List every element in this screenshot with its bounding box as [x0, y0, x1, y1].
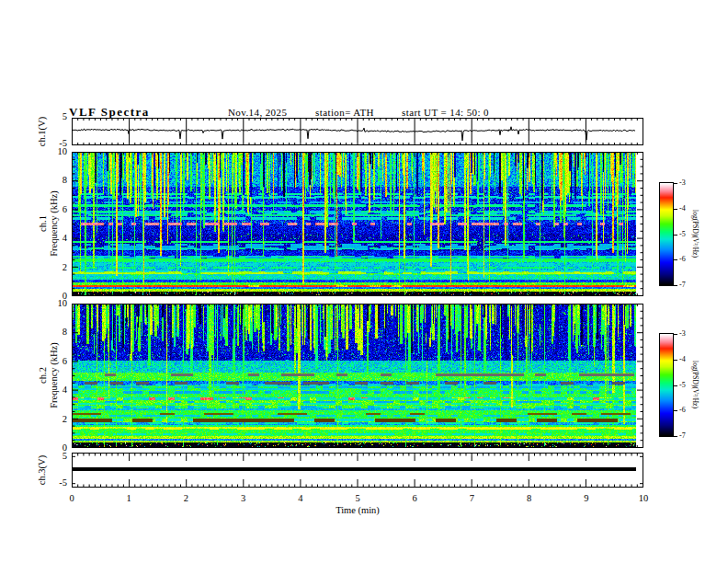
y-tick-label: 8: [38, 327, 67, 338]
date-label: Nov.14, 2025: [228, 107, 287, 118]
ch2-axis-line2: Frequency (kHz): [48, 342, 59, 408]
ch1-colorbar: [659, 182, 674, 286]
ch2-colorbar: [659, 333, 674, 437]
colorbar-tick-label: -6: [679, 406, 686, 415]
x-tick-label: 4: [287, 493, 314, 504]
y-tick-label: 4: [38, 233, 67, 244]
ch1-spectrogram-panel: [72, 152, 643, 296]
x-tick-label: 0: [58, 493, 85, 504]
y-tick-label: 6: [38, 204, 67, 215]
ch1-colorbar-label: log(PSD)(V²/Hz): [691, 210, 700, 258]
ch1-axis-line1: ch.1: [38, 190, 49, 256]
x-tick-label: 1: [115, 493, 142, 504]
colorbar-tick-mark: [673, 410, 677, 411]
y-tick-label: 8: [38, 175, 67, 186]
y-tick-label: 2: [38, 414, 67, 425]
y-tick-label: -5: [38, 477, 67, 488]
x-tick-label: 2: [172, 493, 199, 504]
ch1-axis-line2: Frequency (kHz): [48, 190, 59, 256]
colorbar-tick-mark: [673, 385, 677, 386]
colorbar-tick-label: -6: [679, 255, 686, 264]
colorbar-tick-mark: [673, 209, 677, 210]
vlf-spectra-figure: VLF Spectra Nov.14, 2025 station= ATH st…: [0, 0, 728, 563]
colorbar-tick-label: -4: [679, 204, 686, 213]
ch3-waveform-panel: [72, 453, 643, 488]
colorbar-tick-mark: [673, 436, 677, 437]
colorbar-tick-mark: [673, 334, 677, 335]
y-tick-label: 2: [38, 262, 67, 273]
ch1-spectrogram-axis-label: ch.1 Frequency (kHz): [38, 190, 59, 256]
colorbar-tick-label: -5: [679, 381, 686, 390]
x-tick-label: 10: [630, 493, 657, 504]
ch1-waveform-panel: [72, 118, 643, 145]
x-tick-label: 3: [230, 493, 257, 504]
x-tick-label: 5: [344, 493, 371, 504]
y-tick-label: 5: [38, 111, 67, 122]
ch2-spectrogram-axis-label: ch.2 Frequency (kHz): [38, 342, 59, 408]
x-tick-label: 8: [516, 493, 543, 504]
colorbar-tick-mark: [673, 259, 677, 260]
x-tick-label: 6: [401, 493, 428, 504]
y-tick-label: 5: [38, 451, 67, 462]
colorbar-tick-label: -7: [679, 281, 686, 290]
colorbar-tick-label: -3: [679, 178, 686, 188]
time-axis-title: Time (min): [336, 505, 380, 515]
ch2-colorbar-label: log(PSD)(V²/Hz): [691, 361, 700, 408]
colorbar-tick-mark: [673, 360, 677, 361]
colorbar-tick-mark: [673, 235, 677, 236]
x-tick-label: 9: [573, 493, 600, 504]
colorbar-tick-mark: [673, 183, 677, 184]
y-tick-label: 10: [38, 146, 67, 157]
y-tick-label: 6: [38, 356, 67, 367]
colorbar-tick-label: -3: [679, 329, 686, 339]
station-label: station= ATH: [315, 107, 374, 118]
start-ut-label: start UT = 14: 50: 0: [402, 107, 489, 118]
colorbar-tick-label: -5: [679, 230, 686, 239]
y-tick-label: 4: [38, 385, 67, 396]
y-tick-label: 10: [38, 298, 67, 309]
colorbar-tick-label: -7: [679, 431, 686, 441]
colorbar-tick-mark: [673, 285, 677, 286]
x-tick-label: 7: [458, 493, 485, 504]
ch2-spectrogram-panel: [72, 304, 643, 448]
colorbar-tick-label: -4: [679, 355, 686, 364]
ch2-axis-line1: ch.2: [38, 342, 49, 408]
